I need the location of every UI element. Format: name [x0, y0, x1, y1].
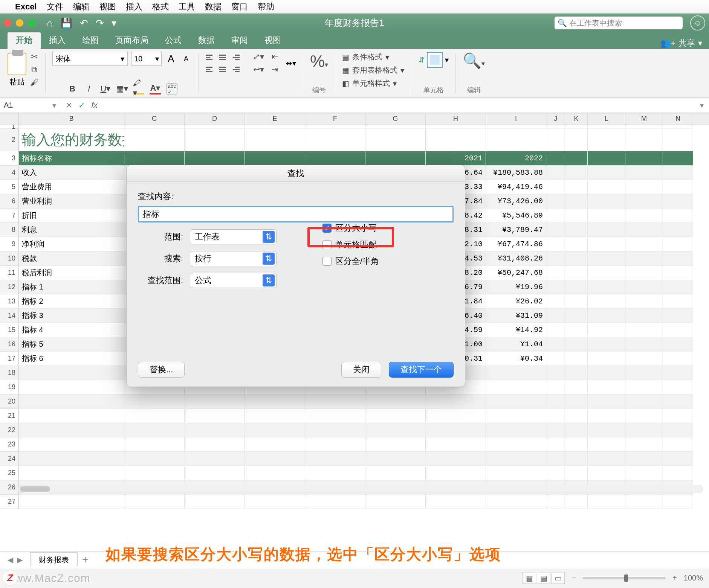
cell[interactable]	[663, 280, 693, 294]
cell[interactable]	[663, 409, 693, 423]
sheet-next-icon[interactable]: ▶	[17, 555, 23, 564]
cell[interactable]	[565, 251, 588, 266]
cell[interactable]	[663, 366, 693, 380]
orientation-icon[interactable]: ⤢▾	[253, 52, 264, 62]
tab-insert[interactable]: 插入	[41, 32, 74, 49]
cell[interactable]: ¥0.34	[486, 352, 546, 366]
cell[interactable]	[19, 125, 124, 129]
cell[interactable]	[546, 423, 565, 437]
col-header[interactable]: J	[546, 113, 565, 125]
cell[interactable]	[185, 495, 245, 509]
cell[interactable]	[663, 452, 693, 466]
row-header[interactable]: 12	[0, 280, 19, 294]
cell[interactable]	[546, 380, 565, 395]
scope-select[interactable]: 工作表⇅	[190, 229, 277, 244]
cell[interactable]	[565, 366, 588, 380]
cell[interactable]	[663, 395, 693, 409]
cell[interactable]	[663, 495, 693, 509]
find-what-input[interactable]	[138, 206, 454, 222]
cell[interactable]	[546, 366, 565, 380]
cell[interactable]	[305, 437, 365, 452]
cell[interactable]	[365, 151, 426, 166]
align-buttons[interactable]	[206, 52, 244, 74]
cell[interactable]	[19, 380, 124, 395]
border-icon[interactable]: ▦▾	[116, 83, 128, 94]
cell[interactable]	[663, 309, 693, 323]
cell[interactable]	[625, 309, 663, 323]
cell[interactable]	[546, 466, 565, 480]
cell[interactable]	[588, 266, 625, 280]
cell[interactable]	[365, 452, 426, 466]
cell[interactable]: ¥3,789.47	[486, 223, 546, 237]
search-input[interactable]: 🔍 在工作表中搜索	[555, 17, 683, 29]
conditional-formatting-button[interactable]: ▤ 条件格式 ▾	[342, 52, 404, 62]
format-as-table-button[interactable]: ▦ 套用表格格式 ▾	[342, 65, 404, 75]
view-buttons[interactable]: ▦▤▭	[523, 573, 565, 584]
cell[interactable]	[588, 337, 625, 352]
cell[interactable]: ¥5,546.89	[486, 209, 546, 223]
cell[interactable]	[546, 452, 565, 466]
fill-color-icon[interactable]: 🖍▾	[133, 83, 144, 94]
cell[interactable]	[365, 466, 426, 480]
cell[interactable]	[486, 466, 546, 480]
zoom-in-icon[interactable]: +	[672, 574, 677, 582]
col-header[interactable]: E	[245, 113, 305, 125]
cell[interactable]	[565, 180, 588, 194]
cell[interactable]	[426, 466, 486, 480]
cell[interactable]	[124, 423, 185, 437]
cell[interactable]	[245, 466, 305, 480]
cell[interactable]	[546, 251, 565, 266]
cell[interactable]	[625, 352, 663, 366]
cell[interactable]	[245, 423, 305, 437]
col-header[interactable]: M	[625, 113, 663, 125]
cell[interactable]	[245, 495, 305, 509]
cell[interactable]	[588, 180, 625, 194]
col-header[interactable]: D	[185, 113, 245, 125]
cell[interactable]	[625, 294, 663, 309]
cell[interactable]	[546, 395, 565, 409]
cell[interactable]	[19, 495, 124, 509]
cell[interactable]	[625, 423, 663, 437]
cancel-formula-icon[interactable]: ✕	[66, 101, 72, 110]
find-next-button[interactable]: 查找下一个	[389, 362, 454, 378]
cell[interactable]	[245, 395, 305, 409]
wrap-text-icon[interactable]: ↩▾	[253, 65, 264, 75]
cell[interactable]	[19, 366, 124, 380]
cell[interactable]	[124, 437, 185, 452]
menu-help[interactable]: 帮助	[258, 1, 274, 12]
col-header[interactable]: C	[124, 113, 185, 125]
minimize-icon[interactable]	[16, 19, 23, 27]
cell[interactable]	[625, 395, 663, 409]
cell[interactable]	[565, 129, 588, 151]
format-painter-icon[interactable]: 🖌	[30, 78, 38, 87]
cell[interactable]: ¥73,426.00	[486, 194, 546, 209]
font-color-icon[interactable]: A▾	[150, 83, 161, 94]
cell[interactable]	[663, 129, 693, 151]
decrease-indent-icon[interactable]: ⇤	[272, 52, 278, 62]
cell[interactable]	[19, 452, 124, 466]
share-button[interactable]: 👥+ 共享 ▾	[660, 38, 702, 49]
row-header[interactable]: 25	[0, 466, 19, 480]
cell[interactable]	[546, 294, 565, 309]
cell[interactable]	[486, 423, 546, 437]
cell[interactable]	[565, 423, 588, 437]
cell[interactable]	[588, 209, 625, 223]
row-header[interactable]: 15	[0, 323, 19, 337]
cell[interactable]	[305, 395, 365, 409]
number-format-icon[interactable]: %▾	[310, 52, 328, 71]
cell[interactable]: 2022	[486, 151, 546, 166]
cell[interactable]	[588, 423, 625, 437]
tab-data[interactable]: 数据	[190, 32, 223, 49]
cell[interactable]	[625, 129, 663, 151]
tab-draw[interactable]: 绘图	[74, 32, 107, 49]
menu-insert[interactable]: 插入	[126, 1, 142, 12]
menu-data[interactable]: 数据	[205, 1, 222, 12]
cell[interactable]	[625, 194, 663, 209]
cell[interactable]: 指标 3	[19, 309, 124, 323]
italic-icon[interactable]: I	[83, 83, 95, 94]
underline-icon[interactable]: U▾	[100, 83, 111, 94]
cell[interactable]	[365, 423, 426, 437]
cell[interactable]	[625, 266, 663, 280]
paste-button[interactable]: 粘贴	[8, 52, 26, 87]
cell[interactable]	[565, 166, 588, 180]
